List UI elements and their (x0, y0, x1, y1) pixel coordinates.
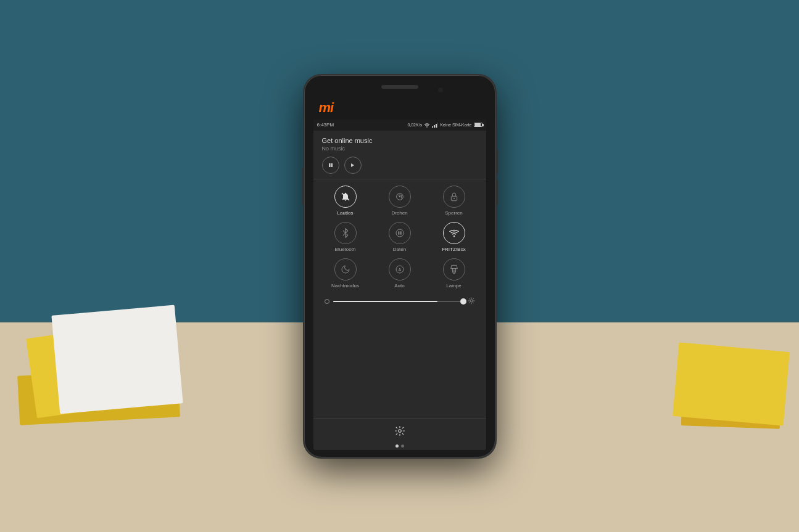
data-pause-icon (395, 228, 405, 238)
bell-off-icon (341, 192, 350, 202)
brightness-slider-fill (333, 301, 438, 302)
quick-settings-row-1: Lautlos Drehen (318, 186, 481, 216)
daten-icon-circle (389, 222, 411, 244)
auto-label: Auto (394, 283, 404, 289)
phone-device: mi 6:43PM 0,02K/s Keine SIM-Ka (304, 75, 495, 457)
network-speed: 0,02K/s (407, 123, 422, 127)
auto-icon: A (395, 264, 405, 274)
svg-line-32 (469, 302, 470, 303)
svg-marker-7 (351, 163, 354, 167)
sun-icon (468, 297, 475, 305)
svg-point-33 (398, 429, 401, 432)
svg-rect-6 (331, 163, 333, 167)
status-bar: 6:43PM 0,02K/s Keine SIM-Karte (313, 120, 486, 131)
svg-rect-1 (432, 126, 433, 128)
drehen-icon-circle (389, 186, 411, 208)
svg-point-12 (453, 197, 455, 198)
svg-marker-19 (450, 265, 457, 268)
svg-point-24 (470, 300, 473, 302)
music-section: Get online music No music (313, 131, 486, 179)
volume-up-button[interactable] (495, 149, 498, 174)
brightness-slider-track[interactable] (333, 301, 464, 302)
svg-rect-2 (434, 125, 435, 128)
svg-rect-3 (436, 124, 437, 128)
mi-logo-area: mi (309, 97, 491, 120)
lampe-label: Lampe (446, 283, 461, 289)
brightness-max-icon (468, 297, 475, 306)
bottom-area (313, 418, 486, 450)
status-time: 6:43PM (317, 122, 334, 128)
settings-button[interactable] (391, 422, 408, 440)
page-dot-1 (395, 444, 399, 448)
rotate-icon (395, 192, 405, 202)
next-icon (350, 162, 356, 168)
lautlos-label: Lautlos (337, 210, 354, 216)
battery-fill (475, 123, 481, 126)
svg-point-10 (399, 195, 400, 197)
moon-icon (341, 264, 350, 274)
qs-drehen[interactable]: Drehen (378, 186, 421, 216)
quick-settings-row-2: Bluetooth Daten (318, 222, 481, 252)
music-subtitle: No music (322, 145, 478, 152)
page-indicator (395, 444, 404, 448)
books-left (19, 273, 191, 409)
lock-icon (449, 192, 459, 202)
wifi-status-icon (424, 123, 430, 128)
pause-icon (328, 162, 334, 168)
music-next-button[interactable] (344, 157, 362, 174)
front-camera (438, 88, 443, 92)
svg-point-16 (453, 235, 454, 237)
svg-rect-4 (437, 123, 438, 128)
phone-screen: 6:43PM 0,02K/s Keine SIM-Karte (313, 120, 486, 450)
fritzbox-icon-circle (443, 222, 465, 244)
daten-label: Daten (393, 247, 406, 252)
qs-auto[interactable]: A Auto (378, 258, 421, 289)
qs-sperren[interactable]: Sperren (433, 186, 476, 216)
quick-settings-row-3: Nachtmodus A Auto (318, 258, 481, 289)
brightness-min-icon (325, 299, 329, 304)
drehen-label: Drehen (391, 210, 407, 216)
lautlos-icon-circle (334, 186, 357, 208)
qs-bluetooth[interactable]: Bluetooth (324, 222, 367, 252)
sim-status: Keine SIM-Karte (440, 123, 471, 127)
music-title: Get online music (322, 137, 478, 144)
quick-settings-panel: Lautlos Drehen (313, 179, 486, 418)
volume-down-button[interactable] (495, 180, 498, 205)
svg-rect-20 (452, 268, 455, 272)
wifi-icon (449, 228, 460, 238)
sperren-label: Sperren (445, 210, 462, 216)
svg-rect-5 (329, 163, 331, 167)
bluetooth-label: Bluetooth (335, 247, 356, 252)
mi-logo: mi (319, 100, 334, 116)
nachtmodus-icon-circle (334, 258, 357, 280)
signal-icon (432, 123, 438, 128)
svg-point-0 (426, 126, 428, 128)
qs-lautlos[interactable]: Lautlos (324, 186, 367, 216)
page-dot-2 (401, 444, 404, 448)
svg-rect-14 (398, 231, 399, 234)
sperren-icon-circle (443, 186, 465, 208)
qs-nachtmodus[interactable]: Nachtmodus (324, 258, 367, 289)
book-white (51, 305, 183, 414)
brightness-slider-thumb[interactable] (460, 298, 466, 305)
power-button[interactable] (302, 168, 304, 205)
battery-icon (474, 123, 482, 127)
brightness-control[interactable] (318, 297, 481, 306)
lampe-icon-circle (443, 258, 465, 280)
bluetooth-icon (341, 228, 350, 238)
qs-lampe[interactable]: Lampe (433, 258, 476, 289)
books-right (663, 310, 787, 421)
phone-top-hardware (309, 83, 491, 97)
status-right-icons: 0,02K/s Keine SIM-Karte (407, 123, 482, 128)
gear-icon (394, 425, 405, 436)
svg-text:A: A (398, 267, 401, 271)
svg-rect-15 (400, 231, 401, 234)
svg-point-13 (396, 229, 404, 237)
qs-daten[interactable]: Daten (378, 222, 421, 252)
nachtmodus-label: Nachtmodus (331, 283, 359, 289)
svg-line-31 (473, 298, 473, 299)
qs-fritzbox[interactable]: FRITZ!Box (433, 222, 476, 252)
earpiece-speaker (381, 85, 418, 89)
auto-icon-circle: A (389, 258, 411, 280)
music-pause-button[interactable] (322, 157, 339, 174)
